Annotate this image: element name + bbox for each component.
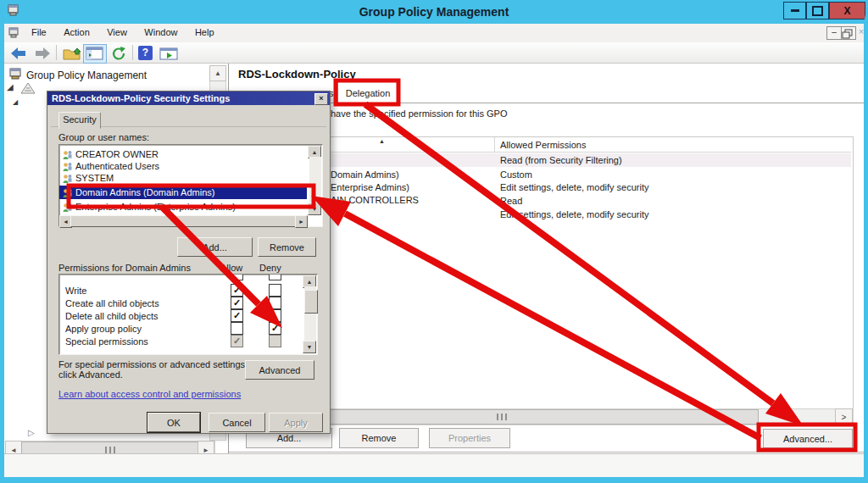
advanced-delegation-button[interactable]: Advanced... xyxy=(763,429,853,448)
list-vertical-scrollbar[interactable] xyxy=(309,157,321,203)
dialog-title: RDS-Lockdown-Policy Security Settings xyxy=(52,93,230,103)
list-item[interactable]: CREATOR OWNER xyxy=(59,148,307,160)
show-console-tree-icon[interactable] xyxy=(83,44,107,64)
allow-checkbox[interactable]: ✓ xyxy=(231,309,243,322)
deny-checkbox[interactable] xyxy=(269,284,281,297)
tree-expanded-icon[interactable]: ◢ xyxy=(7,82,14,92)
permissions-vertical-scrollbar[interactable] xyxy=(304,286,316,341)
cancel-button[interactable]: Cancel xyxy=(209,413,265,432)
row-group-name[interactable]: AIN CONTROLLERS xyxy=(331,195,419,205)
deny-checkbox[interactable] xyxy=(269,309,281,322)
menu-window[interactable]: Window xyxy=(137,24,184,41)
access-control-link[interactable]: Learn about access control and permissio… xyxy=(58,389,241,399)
child-close-button[interactable]: × xyxy=(855,26,867,38)
list-scroll-down-button[interactable]: ▼ xyxy=(308,203,321,215)
permissions-label: Permissions for Domain Admins xyxy=(58,263,191,273)
allow-checkbox[interactable] xyxy=(231,322,243,335)
advanced-note-line2: click Advanced. xyxy=(58,369,123,380)
properties-button[interactable]: Properties xyxy=(429,428,510,448)
row-group-name[interactable]: Domain Admins) xyxy=(331,169,399,180)
permission-label: Delete all child objects xyxy=(65,311,158,321)
forward-icon[interactable] xyxy=(32,47,51,64)
tab-delegation[interactable]: Delegation xyxy=(337,81,398,104)
tab-security[interactable]: Security xyxy=(58,112,101,129)
list-scrollbar-thumb[interactable] xyxy=(70,215,296,227)
row-allowed-permission: Edit settings, delete, modify security xyxy=(500,209,648,219)
menu-file[interactable]: File xyxy=(25,24,53,41)
sort-ascending-icon[interactable]: ▲ xyxy=(379,138,385,144)
allow-checkbox[interactable]: ✓ xyxy=(231,284,243,297)
row-allowed-permission: Read (from Security Filtering) xyxy=(500,155,622,165)
menu-help[interactable]: Help xyxy=(188,24,221,41)
menu-bar: File Action View Window Help – × xyxy=(4,24,864,43)
dialog-titlebar[interactable]: RDS-Lockdown-Policy Security Settings xyxy=(47,92,330,105)
gpo-title: RDS-Lockdown-Policy xyxy=(238,68,356,80)
menu-action[interactable]: Action xyxy=(57,24,97,41)
export-list-icon[interactable] xyxy=(63,47,81,64)
apply-button[interactable]: Apply xyxy=(269,413,323,432)
child-minimize-button[interactable]: – xyxy=(826,26,842,40)
deny-header: Deny xyxy=(259,263,281,273)
help-icon[interactable]: ? xyxy=(138,46,153,60)
row-allowed-permission: Read xyxy=(500,196,522,206)
close-button[interactable]: X xyxy=(829,2,865,19)
user-group-icon xyxy=(62,150,73,159)
list-item-selected[interactable]: Domain Admins (Domain Admins) xyxy=(59,186,307,199)
list-item[interactable]: Enterprise Admins (Enterprise Admins) xyxy=(59,201,307,213)
security-settings-dialog: RDS-Lockdown-Policy Security Settings × … xyxy=(47,91,331,434)
child-restore-button[interactable] xyxy=(841,26,856,40)
permissions-list: Write ✓ Create all child objects ✓ Delet… xyxy=(58,274,318,355)
dialog-advanced-button[interactable]: Advanced xyxy=(245,360,314,380)
list-item[interactable]: SYSTEM xyxy=(59,172,307,184)
row-group-name[interactable]: Enterprise Admins) xyxy=(331,182,409,192)
console-icon xyxy=(8,26,21,42)
advanced-note-line1: For special permissions or advanced sett… xyxy=(58,359,248,369)
toolbar xyxy=(4,42,864,64)
user-group-icon xyxy=(62,188,73,197)
list-item[interactable]: Authenticated Users xyxy=(59,160,307,172)
deny-checkbox[interactable]: ✓ xyxy=(269,322,281,335)
checkbox-partial xyxy=(231,275,243,280)
permissions-scrollbar-thumb[interactable] xyxy=(304,290,318,314)
menu-view[interactable]: View xyxy=(100,24,134,41)
deny-checkbox[interactable] xyxy=(269,297,281,309)
allow-header: Allow xyxy=(220,263,242,273)
dialog-close-icon[interactable]: × xyxy=(314,93,328,105)
details-scroll-right-button[interactable]: > xyxy=(835,408,853,425)
tree-collapsed-icon[interactable]: ▷ xyxy=(28,428,35,437)
permission-label: Create all child objects xyxy=(65,298,159,308)
permission-label: Special permissions xyxy=(65,336,148,347)
dialog-remove-button[interactable]: Remove xyxy=(258,237,316,257)
ok-button[interactable]: OK xyxy=(147,413,200,432)
group-names-label: Group or user names: xyxy=(58,132,149,142)
window-title: Group Policy Management xyxy=(0,5,868,19)
user-group-icon xyxy=(62,174,73,183)
gpm-root-icon xyxy=(9,68,23,83)
tree-expanded-icon[interactable]: ◢ xyxy=(13,98,18,106)
column-header-allowed-permissions[interactable]: Allowed Permissions xyxy=(500,140,586,150)
checkbox-partial xyxy=(269,275,281,280)
list-scroll-right-button[interactable]: ► xyxy=(295,215,308,228)
group-user-list: CREATOR OWNER Authenticated Users SYSTEM… xyxy=(58,144,323,227)
deny-checkbox[interactable] xyxy=(269,335,281,347)
status-bar xyxy=(4,453,864,478)
permission-label: Write xyxy=(65,286,86,296)
back-icon[interactable] xyxy=(10,47,29,64)
tree-root-label[interactable]: Group Policy Management xyxy=(26,69,147,81)
permissions-scroll-down-button[interactable]: ▼ xyxy=(303,341,316,353)
new-window-icon[interactable] xyxy=(159,47,180,64)
dialog-add-button[interactable]: Add... xyxy=(177,237,253,257)
maximize-button[interactable] xyxy=(806,2,829,19)
row-allowed-permission: Edit settings, delete, modify security xyxy=(500,182,648,192)
allow-checkbox[interactable]: ✓ xyxy=(231,297,243,309)
tree-scroll-up-button[interactable]: ▲ xyxy=(209,65,226,81)
window-titlebar: Group Policy Management X xyxy=(0,0,868,24)
remove-button[interactable]: Remove xyxy=(339,428,419,448)
refresh-icon[interactable] xyxy=(110,46,127,64)
permission-label: Apply group policy xyxy=(65,324,142,334)
minimize-button[interactable] xyxy=(783,2,806,19)
list-horizontal-scrollbar[interactable]: ◄ ► xyxy=(59,215,308,226)
forest-icon xyxy=(20,82,36,98)
group-policy-management-window: Group Policy Management X File Action Vi… xyxy=(0,0,868,483)
allow-checkbox[interactable]: ✓ xyxy=(231,335,243,347)
